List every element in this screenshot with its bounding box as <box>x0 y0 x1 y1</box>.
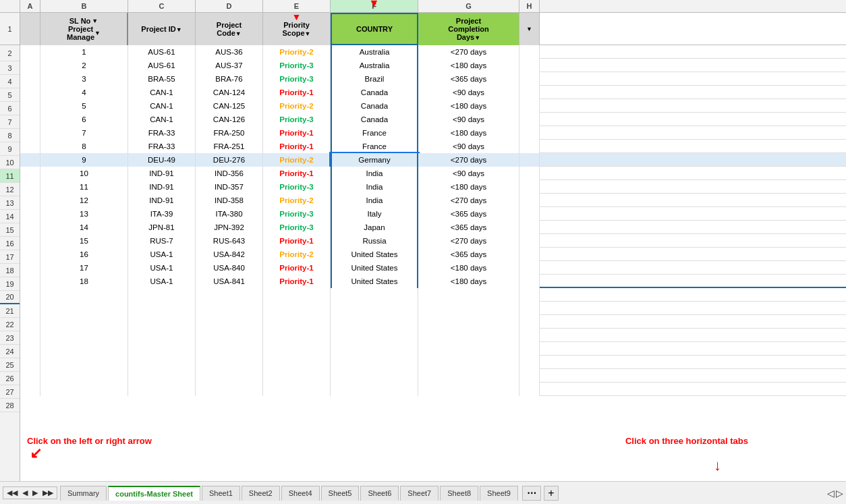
cell-8-priority[interactable]: Priority-3 <box>263 113 331 126</box>
cell-7-days[interactable]: <180 days <box>418 99 519 113</box>
cell-14-projid[interactable]: IND-91 <box>128 194 196 207</box>
cell-5-a[interactable] <box>20 72 40 86</box>
cell-13-code[interactable]: IND-357 <box>196 180 263 194</box>
cell-6-days[interactable]: <90 days <box>418 86 519 99</box>
filter-h[interactable]: ▼ <box>526 26 532 32</box>
cell-18-slno[interactable]: 16 <box>40 248 128 261</box>
cell-16-priority[interactable]: Priority-3 <box>263 221 331 234</box>
cell-11-days[interactable]: <270 days <box>418 153 519 167</box>
cell-16-h[interactable] <box>519 221 540 234</box>
cell-13-country[interactable]: India <box>331 180 418 194</box>
cell-4-a[interactable] <box>20 59 40 72</box>
cell-6-h[interactable] <box>519 86 540 99</box>
cell-7-code[interactable]: CAN-125 <box>196 99 263 113</box>
cell-9-priority[interactable]: Priority-1 <box>263 126 331 140</box>
cell-15-days[interactable]: <365 days <box>418 207 519 221</box>
cell-12-projid[interactable]: IND-91 <box>128 167 196 180</box>
cell-14-h[interactable] <box>519 194 540 207</box>
cell-12-a[interactable] <box>20 167 40 180</box>
add-sheet-button[interactable]: + <box>544 486 559 501</box>
cell-20-days[interactable]: <180 days <box>418 275 519 288</box>
cell-17-days[interactable]: <270 days <box>418 234 519 248</box>
filter-priority[interactable]: ▼ <box>305 30 311 37</box>
cell-17-slno[interactable]: 15 <box>40 234 128 248</box>
cell-21-f[interactable] <box>331 288 418 302</box>
cell-19-priority[interactable]: Priority-1 <box>263 261 331 275</box>
cell-10-a[interactable] <box>20 140 40 153</box>
cell-4-code[interactable]: AUS-37 <box>196 59 263 72</box>
cell-7-priority[interactable]: Priority-2 <box>263 99 331 113</box>
tab-sheet8[interactable]: Sheet8 <box>440 486 478 501</box>
cell-10-priority[interactable]: Priority-1 <box>263 140 331 153</box>
cell-21-a[interactable] <box>20 288 40 302</box>
filter-manager[interactable]: ▼ <box>94 30 101 36</box>
cell-5-h[interactable] <box>519 72 540 86</box>
cell-17-a[interactable] <box>20 234 40 248</box>
cell-21-e[interactable] <box>263 288 331 302</box>
cell-12-country[interactable]: India <box>331 167 418 180</box>
cell-7-projid[interactable]: CAN-1 <box>128 99 196 113</box>
cell-3-a[interactable] <box>20 45 40 59</box>
cell-19-country[interactable]: United States <box>331 261 418 275</box>
tab-sheet5[interactable]: Sheet5 <box>321 486 360 501</box>
cell-17-projid[interactable]: RUS-7 <box>128 234 196 248</box>
cell-19-days[interactable]: <180 days <box>418 261 519 275</box>
cell-3-days[interactable]: <270 days <box>418 45 519 59</box>
cell-19-projid[interactable]: USA-1 <box>128 261 196 275</box>
tab-countifs-master[interactable]: countifs-Master Sheet <box>108 486 200 501</box>
cell-6-projid[interactable]: CAN-1 <box>128 86 196 99</box>
cell-14-priority[interactable]: Priority-2 <box>263 194 331 207</box>
cell-3-priority[interactable]: Priority-2 <box>263 45 331 59</box>
cell-13-priority[interactable]: Priority-3 <box>263 180 331 194</box>
cell-13-projid[interactable]: IND-91 <box>128 180 196 194</box>
cell-20-code[interactable]: USA-841 <box>196 275 263 288</box>
cell-18-days[interactable]: <365 days <box>418 248 519 261</box>
cell-11-slno[interactable]: 9 <box>40 153 128 167</box>
cell-20-country[interactable]: United States <box>331 275 418 288</box>
cell-14-days[interactable]: <270 days <box>418 194 519 207</box>
cell-3-h[interactable] <box>519 45 540 59</box>
cell-5-projid[interactable]: BRA-55 <box>128 72 196 86</box>
cell-16-days[interactable]: <365 days <box>418 221 519 234</box>
nav-arrow-last[interactable]: ▶▶ <box>40 488 55 497</box>
cell-12-days[interactable]: <90 days <box>418 167 519 180</box>
tab-sheet6[interactable]: Sheet6 <box>360 486 399 501</box>
cell-16-country[interactable]: Japan <box>331 221 418 234</box>
cell-9-days[interactable]: <180 days <box>418 126 519 140</box>
cell-6-code[interactable]: CAN-124 <box>196 86 263 99</box>
cell-3-code[interactable]: AUS-36 <box>196 45 263 59</box>
cell-17-priority[interactable]: Priority-1 <box>263 234 331 248</box>
cell-20-slno[interactable]: 18 <box>40 275 128 288</box>
cell-5-priority[interactable]: Priority-3 <box>263 72 331 86</box>
cell-15-priority[interactable]: Priority-3 <box>263 207 331 221</box>
cell-13-slno[interactable]: 11 <box>40 180 128 194</box>
cell-8-country[interactable]: Canada <box>331 113 418 126</box>
cell-4-priority[interactable]: Priority-3 <box>263 59 331 72</box>
cell-9-projid[interactable]: FRA-33 <box>128 126 196 140</box>
cell-18-projid[interactable]: USA-1 <box>128 248 196 261</box>
cell-9-country[interactable]: France <box>331 126 418 140</box>
cell-13-days[interactable]: <180 days <box>418 180 519 194</box>
scroll-left-icon[interactable]: ◁ <box>827 488 835 499</box>
tab-summary[interactable]: Summary <box>60 486 107 501</box>
cell-13-a[interactable] <box>20 180 40 194</box>
cell-21-h[interactable] <box>519 288 540 302</box>
cell-19-slno[interactable]: 17 <box>40 261 128 275</box>
cell-15-country[interactable]: Italy <box>331 207 418 221</box>
cell-9-code[interactable]: FRA-250 <box>196 126 263 140</box>
tab-sheet1[interactable]: Sheet1 <box>202 486 240 501</box>
cell-18-priority[interactable]: Priority-2 <box>263 248 331 261</box>
filter-sl[interactable]: ▼ <box>92 18 98 24</box>
cell-6-priority[interactable]: Priority-1 <box>263 86 331 99</box>
three-dots-button[interactable]: ⋯ <box>522 486 541 501</box>
cell-16-projid[interactable]: JPN-81 <box>128 221 196 234</box>
cell-21-c[interactable] <box>128 288 196 302</box>
tab-sheet4[interactable]: Sheet4 <box>281 486 320 501</box>
cell-7-slno[interactable]: 5 <box>40 99 128 113</box>
cell-4-country[interactable]: Australia <box>331 59 418 72</box>
nav-arrow-first[interactable]: ◀◀ <box>5 488 20 497</box>
cell-10-projid[interactable]: FRA-33 <box>128 140 196 153</box>
cell-6-country[interactable]: Canada <box>331 86 418 99</box>
cell-17-code[interactable]: RUS-643 <box>196 234 263 248</box>
cell-10-h[interactable] <box>519 140 540 153</box>
